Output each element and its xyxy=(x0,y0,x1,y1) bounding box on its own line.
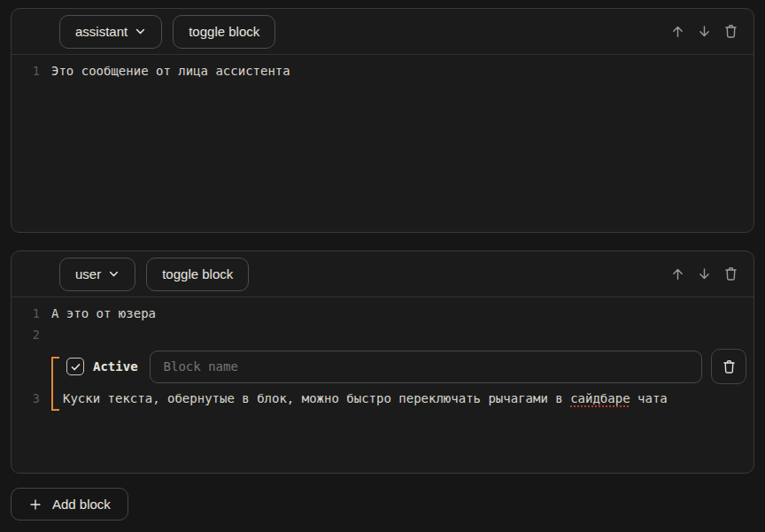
trash-icon xyxy=(722,266,739,282)
move-up-button[interactable] xyxy=(667,21,688,42)
line-number: 2 xyxy=(12,324,51,345)
block-bracket xyxy=(51,357,59,411)
line-number: 1 xyxy=(12,60,51,81)
block-settings-row: Active xyxy=(66,349,746,384)
arrow-down-icon xyxy=(697,24,712,39)
delete-message-button[interactable] xyxy=(720,264,741,285)
message-block-header: assistant toggle block xyxy=(12,9,753,55)
role-select[interactable]: user xyxy=(59,258,135,291)
line-text[interactable]: Это сообщение от лица ассистента xyxy=(51,60,290,81)
plus-icon xyxy=(28,497,42,512)
role-label: user xyxy=(75,266,101,281)
move-down-button[interactable] xyxy=(693,21,715,42)
message-block-user: user toggle block 1 А это от юзера 2 xyxy=(11,251,754,474)
message-list: assistant toggle block 1 Это сообщение о… xyxy=(0,0,765,520)
move-down-button[interactable] xyxy=(693,264,715,285)
message-editor[interactable]: 1 Это сообщение от лица ассистента xyxy=(12,55,753,81)
role-select[interactable]: assistant xyxy=(59,15,162,49)
move-up-button[interactable] xyxy=(667,264,688,285)
editor-line: 3 Куски текста, обернутые в блок, можно … xyxy=(12,388,753,409)
chevron-down-icon xyxy=(108,268,120,280)
check-icon xyxy=(70,361,81,373)
add-block-button[interactable]: Add block xyxy=(11,488,128,520)
trash-icon xyxy=(722,23,739,40)
trash-icon xyxy=(721,359,738,375)
arrow-up-icon xyxy=(670,266,685,281)
editor-line: 1 А это от юзера xyxy=(12,303,753,324)
arrow-down-icon xyxy=(697,266,712,281)
delete-inline-block-button[interactable] xyxy=(711,349,746,384)
misspelled-word: сайдбаре xyxy=(570,391,630,405)
message-block-header: user toggle block xyxy=(12,251,753,297)
line-text-before: Куски текста, обернутые в блок, можно бы… xyxy=(63,391,570,405)
line-text[interactable]: А это от юзера xyxy=(51,303,156,324)
editor-line: 2 xyxy=(12,324,753,345)
message-editor[interactable]: 1 А это от юзера 2 Active xyxy=(12,297,753,409)
delete-message-button[interactable] xyxy=(720,21,741,42)
arrow-up-icon xyxy=(670,24,685,39)
line-text[interactable]: Куски текста, обернутые в блок, можно бы… xyxy=(51,388,668,409)
toggle-block-button[interactable]: toggle block xyxy=(173,15,275,49)
add-block-label: Add block xyxy=(52,497,111,512)
active-label: Active xyxy=(93,359,138,374)
block-active-checkbox[interactable] xyxy=(66,358,84,375)
toggle-block-button[interactable]: toggle block xyxy=(146,258,249,291)
chevron-down-icon xyxy=(135,26,146,37)
block-name-input[interactable] xyxy=(150,351,702,383)
message-block-assistant: assistant toggle block 1 Это сообщение о… xyxy=(11,8,754,233)
role-label: assistant xyxy=(75,24,128,39)
line-number: 3 xyxy=(12,388,51,409)
wrapped-block-region: Active 3 Куски текста, обернутые в блок,… xyxy=(12,349,753,409)
line-text-after: чата xyxy=(630,391,668,405)
line-number: 1 xyxy=(12,303,51,324)
editor-line: 1 Это сообщение от лица ассистента xyxy=(12,60,753,81)
